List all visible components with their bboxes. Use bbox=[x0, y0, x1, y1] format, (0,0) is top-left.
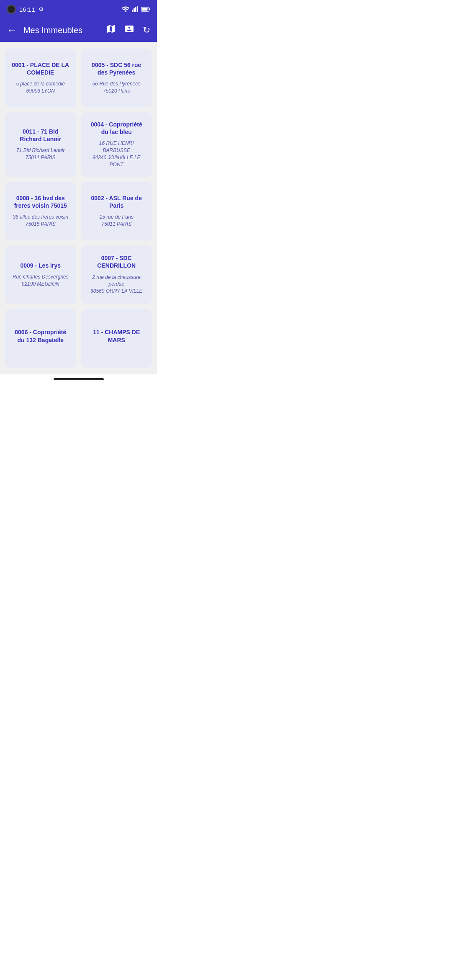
wifi-icon bbox=[122, 6, 129, 12]
refresh-button[interactable]: ↻ bbox=[139, 21, 154, 39]
status-time: 16:11 bbox=[19, 6, 35, 13]
settings-icon: ⚙ bbox=[39, 6, 44, 13]
property-card[interactable]: 0004 - Copropriété du lac bleu16 RUE HEN… bbox=[81, 112, 152, 177]
property-card-address: 71 Bld Richard Lenoir 75011 PARIS bbox=[16, 147, 64, 161]
property-card-title: 0008 - 36 bvd des freres voisin 75015 bbox=[11, 194, 70, 209]
property-card-title: 0005 - SDC 56 rue des Pyrenées bbox=[87, 61, 146, 76]
home-indicator bbox=[54, 378, 104, 380]
camera-indicator bbox=[7, 5, 16, 14]
app-bar: ← Mes Immeubles ↻ bbox=[0, 18, 157, 42]
property-card-title: 11 - CHAMPS DE MARS bbox=[87, 328, 146, 343]
property-card[interactable]: 0001 - PLACE DE LA COMEDIE5 place de la … bbox=[5, 49, 76, 107]
app-bar-actions: ↻ bbox=[103, 21, 154, 40]
status-right bbox=[122, 6, 150, 12]
property-card-address: 36 allée des frères voisin 75015 PARIS bbox=[13, 214, 68, 228]
property-card-address: 2 rue de la chaussure perdue 60560 ORRY … bbox=[87, 274, 146, 295]
property-card-title: 0001 - PLACE DE LA COMEDIE bbox=[11, 61, 70, 76]
property-card[interactable]: 0009 - Les IrysRue Charles Desvergnes 92… bbox=[5, 245, 76, 304]
page-title: Mes Immeubles bbox=[3, 26, 103, 35]
svg-rect-3 bbox=[137, 6, 138, 12]
property-card-title: 0004 - Copropriété du lac bleu bbox=[87, 121, 146, 136]
property-grid: 0001 - PLACE DE LA COMEDIE5 place de la … bbox=[0, 42, 157, 374]
bottom-bar bbox=[0, 374, 157, 384]
svg-rect-6 bbox=[149, 8, 150, 10]
status-bar: 16:11 ⚙ bbox=[0, 0, 157, 18]
property-card-title: 0011 - 71 Bld Richard Lenoir bbox=[11, 128, 70, 143]
property-card[interactable]: 0005 - SDC 56 rue des Pyrenées56 Rue des… bbox=[81, 49, 152, 107]
signal-icon bbox=[132, 6, 139, 12]
property-card-address: 5 place de la comédie 69003 LYON bbox=[16, 80, 65, 95]
property-card-address: 15 rue de Paris 75011 PARIS bbox=[100, 214, 134, 228]
property-card-address: 16 RUE HENRI BARBUSSE 94340 JOINVILLE LE… bbox=[87, 140, 146, 168]
property-card[interactable]: 0011 - 71 Bld Richard Lenoir71 Bld Richa… bbox=[5, 112, 76, 177]
property-card-title: 0009 - Les Irys bbox=[20, 262, 61, 269]
map-button[interactable] bbox=[103, 21, 119, 40]
contact-button[interactable] bbox=[121, 21, 138, 40]
property-card-address: 56 Rue des Pyrénées 75020 Paris bbox=[92, 80, 141, 95]
svg-rect-0 bbox=[132, 10, 133, 12]
property-card-title: 0006 - Copropriété du 132 Bagatelle bbox=[11, 328, 70, 343]
property-card[interactable]: 0006 - Copropriété du 132 Bagatelle bbox=[5, 309, 76, 368]
property-card[interactable]: 11 - CHAMPS DE MARS bbox=[81, 309, 152, 368]
battery-icon bbox=[141, 7, 150, 12]
property-card[interactable]: 0008 - 36 bvd des freres voisin 7501536 … bbox=[5, 182, 76, 240]
property-card[interactable]: 0007 - SDC CENDRILLON2 rue de la chaussu… bbox=[81, 245, 152, 304]
svg-rect-1 bbox=[134, 8, 135, 12]
svg-rect-5 bbox=[142, 8, 148, 11]
property-card-address: Rue Charles Desvergnes 92190 MEUDON bbox=[13, 273, 69, 288]
status-left: 16:11 ⚙ bbox=[7, 5, 44, 14]
property-card-title: 0007 - SDC CENDRILLON bbox=[87, 254, 146, 269]
property-card[interactable]: 0002 - ASL Rue de Paris15 rue de Paris 7… bbox=[81, 182, 152, 240]
property-card-title: 0002 - ASL Rue de Paris bbox=[87, 194, 146, 209]
svg-rect-2 bbox=[135, 7, 136, 12]
